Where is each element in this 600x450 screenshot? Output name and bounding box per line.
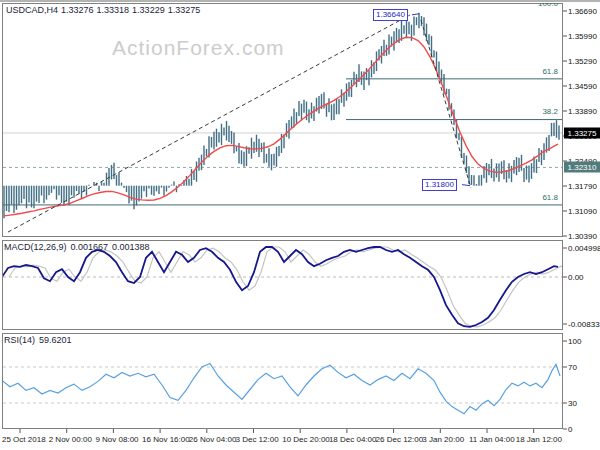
rsi-indicator-label: RSI(14)59.6201: [4, 335, 76, 345]
price-axis-label: 1.30390: [568, 232, 597, 241]
macd-scale-zero: 0.00: [568, 273, 584, 282]
time-axis-label: 26 Dec 12:00: [376, 435, 424, 444]
time-axis-label: 3 Jan 20:00: [422, 435, 464, 444]
time-axis-label: 11 Jan 04:00: [469, 435, 515, 444]
price-axis-label: 1.33890: [568, 107, 597, 116]
time-axis-label: 10 Dec 20:00: [282, 435, 330, 444]
macd-scale-min: -0.00833: [568, 320, 600, 329]
macd-indicator-label: MACD(12,26,9)0.0016670.001388: [4, 242, 154, 252]
macd-name: MACD(12,26,9): [4, 242, 67, 252]
time-axis-label: 2 Nov 00:00: [49, 435, 92, 444]
price-axis-label: 1.31090: [568, 207, 597, 216]
price-axis-label: 1.35290: [568, 57, 597, 66]
time-axis-label: 3 Dec 12:00: [236, 435, 279, 444]
macd-value-signal: 0.001388: [112, 242, 150, 252]
price-axis-label: 1.35990: [568, 32, 597, 41]
time-axis-label: 18 Jan 12:00: [516, 435, 562, 444]
price-axis-label: 1.34590: [568, 82, 597, 91]
rsi-scale-0: 0: [568, 425, 572, 434]
rsi-panel[interactable]: [3, 334, 563, 429]
time-axis-label: 9 Nov 08:00: [95, 435, 138, 444]
time-axis-label: 18 Dec 04:00: [329, 435, 377, 444]
level-price-box: 1.32310: [564, 162, 600, 173]
current-price-box: 1.33275: [564, 128, 600, 139]
macd-panel[interactable]: [3, 241, 563, 330]
rsi-value: 59.6201: [39, 335, 72, 345]
forex-chart-window: USDCAD,H41.332761.333181.332291.33275 Ac…: [0, 0, 600, 450]
rsi-scale-30: 30: [568, 399, 577, 408]
rsi-scale-100: 100: [568, 337, 581, 346]
macd-value-main: 0.001667: [71, 242, 109, 252]
rsi-scale-70: 70: [568, 363, 577, 372]
time-axis-label: 25 Oct 2018: [2, 435, 46, 444]
price-axis-label: 1.36690: [568, 7, 597, 16]
time-axis-label: 16 Nov 16:00: [142, 435, 190, 444]
macd-scale-max: 0.004998: [568, 244, 600, 253]
price-axis-label: 1.31790: [568, 182, 597, 191]
rsi-name: RSI(14): [4, 335, 35, 345]
chart-canvas[interactable]: [0, 0, 600, 450]
time-axis-label: 26 Nov 04:00: [189, 435, 237, 444]
